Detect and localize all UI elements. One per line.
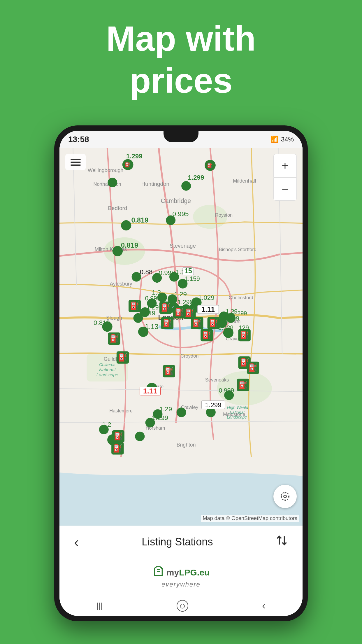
svg-text:⛽: ⛽: [192, 318, 202, 328]
svg-text:0.819: 0.819: [131, 216, 148, 224]
svg-text:15: 15: [184, 267, 192, 275]
svg-text:Bedford: Bedford: [108, 205, 127, 211]
svg-text:1.299: 1.299: [152, 414, 168, 421]
status-icons: 📶 34%: [271, 136, 294, 143]
android-recent-button[interactable]: |||: [96, 601, 103, 610]
svg-text:Wellingborough: Wellingborough: [88, 167, 123, 173]
android-back-button[interactable]: ‹: [262, 600, 266, 612]
hero-title: Map with prices: [0, 18, 362, 102]
menu-line: [71, 162, 81, 163]
svg-point-44: [121, 220, 131, 230]
svg-text:Haslemere: Haslemere: [109, 408, 133, 413]
svg-text:Brighton: Brighton: [177, 442, 196, 448]
phone-screen: 13:58 📶 34%: [59, 131, 303, 616]
back-button[interactable]: ‹: [74, 533, 79, 550]
svg-text:1.11: 1.11: [201, 306, 215, 313]
svg-text:1.13: 1.13: [145, 323, 158, 330]
sort-button[interactable]: [276, 534, 288, 549]
svg-text:⛽: ⛽: [248, 363, 258, 372]
svg-text:⛽: ⛽: [114, 432, 123, 441]
svg-text:1.11: 1.11: [143, 387, 157, 395]
svg-text:0.995: 0.995: [173, 210, 189, 218]
svg-text:1.299: 1.299: [232, 310, 247, 316]
android-home-button[interactable]: ○: [177, 600, 188, 612]
svg-text:⛽: ⛽: [161, 303, 171, 312]
svg-text:1.29: 1.29: [159, 405, 172, 413]
svg-text:0.88: 0.88: [140, 268, 153, 276]
svg-text:0.819: 0.819: [121, 242, 138, 249]
svg-text:1.159: 1.159: [184, 275, 200, 282]
svg-text:⛽: ⛽: [110, 334, 119, 343]
hero-title-line2: prices: [0, 60, 362, 102]
bottom-nav-bar: ‹ Listing Stations: [59, 526, 303, 558]
svg-point-42: [181, 181, 191, 191]
signal-icon: 📶: [271, 136, 279, 143]
svg-text:Chilterns: Chilterns: [99, 362, 115, 367]
svg-text:⛽: ⛽: [118, 353, 128, 362]
svg-text:National: National: [229, 410, 245, 415]
svg-point-144: [281, 493, 289, 501]
hero-title-line1: Map with: [0, 18, 362, 60]
svg-text:⛽: ⛽: [125, 162, 131, 168]
nav-title: Listing Stations: [142, 536, 213, 548]
svg-point-108: [135, 432, 145, 441]
camera-notch: [164, 131, 198, 142]
svg-text:National: National: [99, 367, 116, 372]
svg-text:⛽: ⛽: [240, 330, 249, 340]
svg-text:⛽: ⛽: [164, 367, 174, 376]
svg-point-143: [284, 495, 287, 498]
svg-text:Sevenoaks: Sevenoaks: [205, 377, 229, 382]
brand-name: myLPG.eu: [166, 568, 210, 578]
zoom-out-button[interactable]: −: [273, 177, 297, 201]
svg-text:Stevenage: Stevenage: [170, 243, 196, 249]
map-background: Cambridge Stevenage Bedford London Ayles…: [59, 148, 303, 526]
svg-text:Huntingdon: Huntingdon: [141, 181, 169, 187]
svg-text:⛽: ⛽: [163, 318, 172, 328]
svg-text:Aylesbury: Aylesbury: [110, 281, 132, 287]
svg-text:⛽: ⛽: [202, 330, 212, 340]
svg-text:Landscape: Landscape: [96, 372, 118, 377]
svg-text:0.819: 0.819: [140, 310, 155, 316]
svg-text:Royston: Royston: [215, 212, 233, 218]
svg-text:Bishop's Stortford: Bishop's Stortford: [219, 247, 256, 252]
map-attribution: Map data © OpenStreetMap contributors: [201, 515, 299, 522]
svg-text:0.929: 0.929: [218, 324, 233, 331]
svg-text:Landscape: Landscape: [227, 415, 247, 419]
svg-text:1.299: 1.299: [126, 153, 143, 160]
battery-label: 34%: [281, 136, 294, 143]
svg-text:1.029: 1.029: [198, 294, 215, 301]
svg-text:⛽: ⛽: [113, 444, 122, 453]
map-svg: Cambridge Stevenage Bedford London Ayles…: [59, 148, 303, 526]
menu-line: [71, 159, 81, 160]
brand-pump-icon: [152, 565, 164, 580]
status-bar: 13:58 📶 34%: [59, 131, 303, 148]
svg-text:0.819: 0.819: [94, 319, 110, 326]
brand-logo: myLPG.eu: [152, 565, 210, 580]
map-area[interactable]: Cambridge Stevenage Bedford London Ayles…: [59, 148, 303, 526]
map-menu-button[interactable]: [65, 154, 86, 170]
svg-text:1.29: 1.29: [174, 290, 187, 298]
svg-text:Croydon: Croydon: [180, 353, 198, 358]
brand-bar: myLPG.eu everywhere: [59, 558, 303, 596]
svg-text:1.299: 1.299: [188, 174, 204, 181]
zoom-in-button[interactable]: +: [273, 154, 297, 177]
svg-text:⛽: ⛽: [130, 301, 140, 310]
svg-point-41: [108, 178, 117, 187]
zoom-controls: + −: [273, 154, 297, 201]
menu-line: [71, 164, 81, 166]
svg-text:1.299: 1.299: [205, 401, 222, 409]
svg-text:High Weald: High Weald: [227, 405, 249, 410]
svg-point-97: [177, 407, 186, 417]
svg-text:Chelmsford: Chelmsford: [229, 295, 253, 300]
svg-text:⛽: ⛽: [207, 162, 213, 169]
phone-frame: 13:58 📶 34%: [54, 125, 308, 621]
status-time: 13:58: [68, 135, 89, 144]
svg-text:0.999: 0.999: [219, 387, 234, 394]
svg-text:0.999: 0.999: [145, 295, 160, 302]
phone-mockup: 13:58 📶 34%: [54, 125, 308, 621]
svg-text:Mildenhall: Mildenhall: [233, 178, 256, 184]
location-button[interactable]: [273, 485, 297, 508]
svg-text:⛽: ⛽: [185, 308, 194, 317]
svg-text:1.2: 1.2: [102, 421, 111, 428]
android-nav-bar: ||| ○ ‹: [59, 596, 303, 616]
